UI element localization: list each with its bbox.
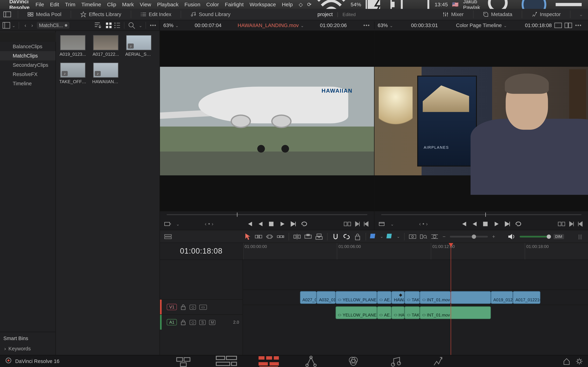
track-auto-a-icon[interactable]: ◇ — [190, 320, 196, 325]
dual-viewer-icon[interactable] — [564, 22, 572, 29]
tl-view-icon[interactable] — [164, 233, 172, 240]
src-play-icon[interactable] — [279, 221, 285, 227]
single-viewer-icon[interactable] — [554, 22, 562, 29]
menu-clip[interactable]: Clip — [107, 1, 116, 7]
tab-edit[interactable] — [256, 355, 281, 367]
rec-out-icon[interactable] — [577, 221, 584, 227]
rec-jog-prev[interactable]: ‹ — [419, 221, 421, 227]
rec-first-icon[interactable] — [460, 221, 467, 227]
dynamic-trim-icon[interactable] — [266, 233, 274, 240]
timeline-ruler[interactable]: 01:00:00:0001:00:06:0001:00:12:0001:00:1… — [243, 243, 588, 260]
video-clip[interactable]: A019_01231637_... — [491, 291, 513, 304]
dim-button[interactable]: DIM — [553, 234, 564, 239]
clip-thumb[interactable]: ♪HAWAIIAN_... — [92, 63, 119, 84]
blade-tool-icon[interactable] — [277, 233, 284, 240]
rec-options-icon[interactable]: ••• — [575, 22, 582, 29]
menu-view[interactable]: View — [140, 1, 151, 7]
video-clip[interactable]: ⬭YELLOW_PLANE.mov — [336, 291, 377, 304]
video-track[interactable]: A027_01...A032_01...⬭YELLOW_PLANE.mov⬭AE… — [243, 289, 588, 305]
flag-cyan[interactable] — [387, 234, 391, 239]
tray-sync-icon[interactable]: ⟳ — [307, 1, 312, 8]
flag-icon[interactable]: 🇺🇸 — [452, 1, 459, 8]
audio-clip[interactable]: ⬭HAWA... — [391, 306, 404, 319]
track-header-v1[interactable]: V1 ◇ ▭ — [160, 299, 242, 314]
menu-timeline[interactable]: Timeline — [81, 1, 101, 7]
clip-thumb[interactable]: ♪AERIAL_SF... — [125, 35, 152, 57]
zoom-in-icon[interactable]: + — [492, 234, 495, 239]
src-zoom[interactable]: 63% — [163, 22, 173, 28]
rec-next-icon[interactable] — [504, 221, 511, 227]
src-prev-icon[interactable] — [257, 221, 264, 227]
lock-icon[interactable] — [354, 233, 361, 240]
src-next-icon[interactable] — [290, 221, 297, 227]
bin-resolvefx[interactable]: ResolveFX — [0, 70, 55, 79]
audio-clip[interactable]: ⬭YELLOW_PLANE.mov — [336, 306, 377, 319]
tab-color[interactable] — [341, 355, 366, 367]
tab-media[interactable] — [172, 355, 197, 367]
audio-track[interactable]: ⬭YELLOW_PLANE.mov⬭AE...⬭HAWA...⬭TAK...⬭I… — [243, 305, 588, 320]
clip-thumb[interactable]: A019_0123... — [59, 35, 86, 57]
v1-badge[interactable]: V1 — [167, 304, 177, 310]
audio-clip[interactable]: ⬭AE... — [377, 306, 391, 319]
sort-icon[interactable] — [94, 22, 101, 29]
inspector-button[interactable]: Inspector — [529, 10, 563, 18]
rec-loop-icon[interactable] — [515, 221, 522, 227]
audio-clip[interactable]: ⬭TAK... — [404, 306, 420, 319]
playhead[interactable] — [451, 243, 451, 355]
tab-cut[interactable] — [214, 355, 239, 367]
track-enable-icon[interactable]: ▭ — [199, 304, 207, 309]
binlist-toggle-icon[interactable] — [3, 22, 10, 29]
bin-matchclips[interactable]: MatchClips — [0, 51, 55, 60]
rec-play-icon[interactable] — [493, 221, 500, 227]
bin-balanceclips[interactable]: BalanceClips — [0, 42, 55, 51]
mixer-button[interactable]: Mixer — [440, 10, 466, 18]
effects-library-button[interactable]: Effects Library — [78, 10, 124, 18]
home-icon[interactable] — [563, 357, 571, 365]
track-mute-icon[interactable]: M — [209, 320, 216, 325]
project-settings-icon[interactable] — [575, 357, 583, 365]
link-icon[interactable] — [343, 233, 351, 240]
video-clip[interactable]: HAWA...◆ — [391, 291, 404, 304]
clip-thumb[interactable]: ♪TAKE_OFF_... — [59, 63, 86, 84]
media-pool-button[interactable]: Media Pool — [25, 10, 64, 18]
src-first-icon[interactable] — [246, 221, 252, 227]
rec-prev-icon[interactable] — [471, 221, 478, 227]
video-clip[interactable]: A027_01... — [300, 291, 316, 304]
src-jog-next[interactable]: › — [212, 221, 213, 227]
zoom-out-icon[interactable]: − — [442, 234, 446, 239]
video-clip[interactable]: A032_01... — [316, 291, 336, 304]
expand-icon[interactable]: ⌄ — [577, 10, 585, 18]
track-lock-icon[interactable] — [181, 304, 186, 310]
menu-file[interactable]: File — [35, 1, 44, 7]
menu-fusion[interactable]: Fusion — [184, 1, 200, 7]
list-view-icon[interactable] — [114, 22, 121, 29]
menu-playback[interactable]: Playback — [157, 1, 179, 7]
video-clip[interactable] — [451, 291, 491, 304]
zoom-slider[interactable] — [450, 236, 488, 237]
menu-trim[interactable]: Trim — [65, 1, 75, 7]
rec-mode-icon[interactable] — [379, 220, 386, 228]
edit-index-button[interactable]: Edit Index — [138, 10, 174, 18]
clock[interactable]: 13:45 — [435, 1, 448, 7]
src-loop-icon[interactable] — [301, 221, 308, 227]
selection-tool-icon[interactable] — [244, 233, 251, 240]
src-jog-prev[interactable]: ‹ — [205, 221, 207, 227]
track-header-a1[interactable]: A1 ◇ S M 2.0 — [160, 314, 242, 330]
search-icon[interactable] — [128, 22, 135, 29]
video-clip[interactable]: ⬭INT_01.mov — [420, 291, 451, 304]
flag-blue[interactable] — [370, 234, 375, 239]
replace-icon[interactable] — [315, 233, 323, 240]
clip-thumb[interactable]: A017_0122... — [92, 35, 119, 57]
breadcrumb[interactable]: MatchCli... — [37, 22, 69, 29]
layout-icon[interactable] — [3, 10, 11, 18]
nav-fwd-icon[interactable]: › — [29, 22, 35, 28]
source-scrubber[interactable] — [167, 214, 367, 215]
src-stop-icon[interactable] — [268, 221, 275, 227]
src-out-icon[interactable] — [363, 221, 370, 227]
tl-options-icon[interactable]: ||| — [576, 233, 584, 240]
source-canvas[interactable]: HAWAIIAN — [160, 31, 374, 211]
menu-edit[interactable]: Edit — [50, 1, 59, 7]
video-clip[interactable]: ⬭TAK... — [404, 291, 420, 304]
track-auto-icon[interactable]: ◇ — [190, 304, 196, 309]
audio-clip[interactable]: ⬭INT_01.mov — [420, 306, 491, 319]
